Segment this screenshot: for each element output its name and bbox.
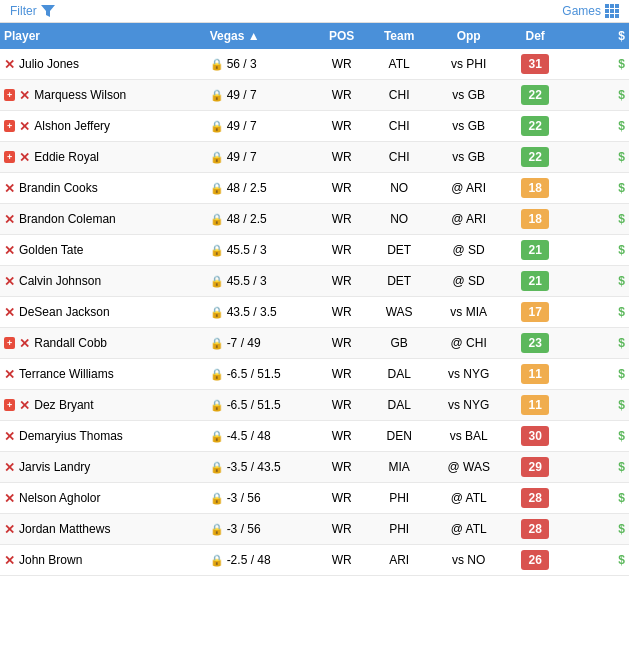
remove-button[interactable]: ✕ <box>4 461 15 474</box>
vegas-cell: 🔒 45.5 / 3 <box>206 266 315 297</box>
remove-button[interactable]: ✕ <box>19 120 30 133</box>
filter-label: Filter <box>10 4 37 18</box>
vegas-value: 45.5 / 3 <box>227 274 267 288</box>
player-name: Brandon Coleman <box>19 212 116 226</box>
team-cell: CHI <box>369 111 429 142</box>
player-name: Brandin Cooks <box>19 181 98 195</box>
pos-cell: WR <box>314 173 368 204</box>
pos-cell: WR <box>314 49 368 80</box>
remove-button[interactable]: ✕ <box>4 58 15 71</box>
vegas-value: -7 / 49 <box>227 336 261 350</box>
player-cell: ✕ Terrance Williams <box>0 359 206 390</box>
pos-cell: WR <box>314 80 368 111</box>
def-cell: 21 <box>508 235 562 266</box>
sal-value: $ <box>618 522 625 536</box>
sal-cell: $ <box>562 514 629 545</box>
filter-icon <box>41 5 55 17</box>
opp-cell: @ ATL <box>429 514 508 545</box>
def-cell: 21 <box>508 266 562 297</box>
team-cell: GB <box>369 328 429 359</box>
remove-button[interactable]: ✕ <box>4 182 15 195</box>
def-badge: 21 <box>521 240 549 260</box>
pos-cell: WR <box>314 328 368 359</box>
remove-button[interactable]: ✕ <box>19 89 30 102</box>
team-cell: DEN <box>369 421 429 452</box>
remove-button[interactable]: ✕ <box>19 337 30 350</box>
team-cell: ATL <box>369 49 429 80</box>
remove-button[interactable]: ✕ <box>4 368 15 381</box>
vegas-lock-icon: 🔒 <box>210 89 224 102</box>
injury-icon: + <box>4 89 15 101</box>
pos-cell: WR <box>314 421 368 452</box>
remove-button[interactable]: ✕ <box>4 492 15 505</box>
player-name: Jordan Matthews <box>19 522 110 536</box>
sal-value: $ <box>618 212 625 226</box>
remove-button[interactable]: ✕ <box>4 213 15 226</box>
sal-value: $ <box>618 367 625 381</box>
filter-area[interactable]: Filter <box>10 4 55 18</box>
def-badge: 31 <box>521 54 549 74</box>
def-cell: 18 <box>508 173 562 204</box>
header-sal: $ <box>562 23 629 49</box>
vegas-lock-icon: 🔒 <box>210 554 224 567</box>
table-row: ✕ Nelson Agholor 🔒 -3 / 56 WR PHI @ ATL … <box>0 483 629 514</box>
sal-value: $ <box>618 274 625 288</box>
header-pos: POS <box>314 23 368 49</box>
remove-button[interactable]: ✕ <box>19 399 30 412</box>
player-cell: ✕ Brandin Cooks <box>0 173 206 204</box>
remove-button[interactable]: ✕ <box>19 151 30 164</box>
vegas-value: 56 / 3 <box>227 57 257 71</box>
sal-cell: $ <box>562 80 629 111</box>
sal-cell: $ <box>562 545 629 576</box>
vegas-lock-icon: 🔒 <box>210 492 224 505</box>
player-name: Demaryius Thomas <box>19 429 123 443</box>
def-badge: 28 <box>521 519 549 539</box>
remove-button[interactable]: ✕ <box>4 523 15 536</box>
vegas-cell: 🔒 48 / 2.5 <box>206 173 315 204</box>
games-label: Games <box>562 4 601 18</box>
player-name: Julio Jones <box>19 57 79 71</box>
opp-cell: vs GB <box>429 111 508 142</box>
def-cell: 11 <box>508 359 562 390</box>
def-badge: 18 <box>521 178 549 198</box>
team-cell: CHI <box>369 142 429 173</box>
vegas-lock-icon: 🔒 <box>210 275 224 288</box>
player-cell: + ✕ Alshon Jeffery <box>0 111 206 142</box>
sal-value: $ <box>618 181 625 195</box>
player-name: Jarvis Landry <box>19 460 90 474</box>
def-cell: 28 <box>508 514 562 545</box>
svg-marker-0 <box>41 5 55 17</box>
remove-button[interactable]: ✕ <box>4 275 15 288</box>
vegas-cell: 🔒 -6.5 / 51.5 <box>206 390 315 421</box>
vegas-cell: 🔒 45.5 / 3 <box>206 235 315 266</box>
pos-cell: WR <box>314 111 368 142</box>
remove-button[interactable]: ✕ <box>4 306 15 319</box>
remove-button[interactable]: ✕ <box>4 430 15 443</box>
player-name: Dez Bryant <box>34 398 93 412</box>
table-row: ✕ Jarvis Landry 🔒 -3.5 / 43.5 WR MIA @ W… <box>0 452 629 483</box>
vegas-value: 49 / 7 <box>227 119 257 133</box>
injury-icon: + <box>4 151 15 163</box>
sal-cell: $ <box>562 173 629 204</box>
opp-cell: @ ATL <box>429 483 508 514</box>
opp-cell: vs NO <box>429 545 508 576</box>
vegas-cell: 🔒 -3.5 / 43.5 <box>206 452 315 483</box>
remove-button[interactable]: ✕ <box>4 554 15 567</box>
def-cell: 22 <box>508 142 562 173</box>
table-row: + ✕ Dez Bryant 🔒 -6.5 / 51.5 WR DAL vs N… <box>0 390 629 421</box>
grid-icon <box>605 4 619 18</box>
injury-icon: + <box>4 120 15 132</box>
table-row: ✕ John Brown 🔒 -2.5 / 48 WR ARI vs NO 26… <box>0 545 629 576</box>
player-name: Marquess Wilson <box>34 88 126 102</box>
sal-value: $ <box>618 88 625 102</box>
vegas-cell: 🔒 43.5 / 3.5 <box>206 297 315 328</box>
vegas-value: 45.5 / 3 <box>227 243 267 257</box>
vegas-value: -2.5 / 48 <box>227 553 271 567</box>
table-row: ✕ Julio Jones 🔒 56 / 3 WR ATL vs PHI 31 … <box>0 49 629 80</box>
games-area[interactable]: Games <box>562 4 619 18</box>
player-cell: ✕ Brandon Coleman <box>0 204 206 235</box>
remove-button[interactable]: ✕ <box>4 244 15 257</box>
player-cell: ✕ Julio Jones <box>0 49 206 80</box>
player-name: DeSean Jackson <box>19 305 110 319</box>
table-row: ✕ Brandon Coleman 🔒 48 / 2.5 WR NO @ ARI… <box>0 204 629 235</box>
